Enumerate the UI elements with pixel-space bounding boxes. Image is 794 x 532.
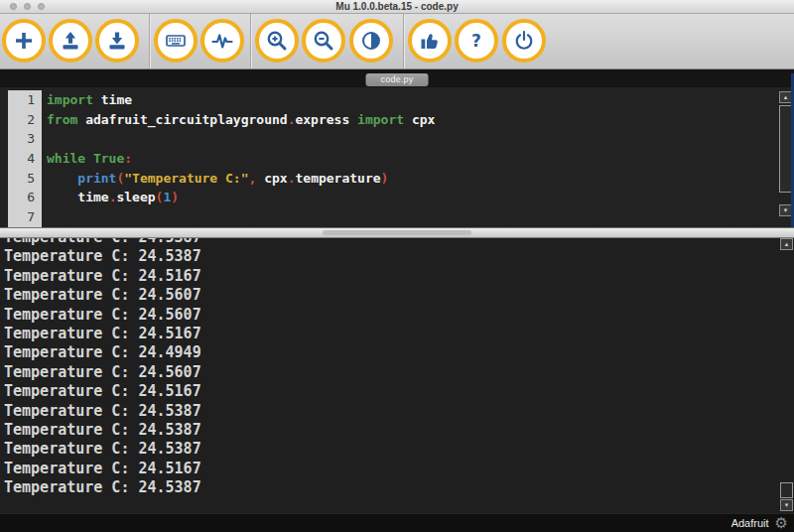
save-button[interactable] [95,19,139,63]
mu-editor-window: Mu 1.0.0.beta.15 - code.py ? code.py 1im… [0,0,794,532]
code-editor[interactable]: 1import time2from adafruit_circuitplaygr… [0,87,794,227]
new-button[interactable] [2,19,46,63]
code-text: from adafruit_circuitplayground.express … [42,110,435,130]
magnifier-minus-icon [312,29,335,53]
console-line: Temperature C: 24.5607 [0,306,794,325]
console-line: Temperature C: 24.5607 [0,286,794,305]
question-icon: ? [464,29,488,53]
magnifier-plus-icon [265,29,289,53]
code-text [42,207,47,227]
plus-icon [12,29,36,53]
line-number: 3 [8,129,42,149]
console-line: Temperature C: 24.5387 [0,478,794,497]
help-button[interactable]: ? [455,19,498,63]
check-button[interactable] [408,19,452,63]
gear-icon[interactable]: ⚙ [775,516,788,531]
toolbar-separator [403,14,404,68]
status-bar: Adafruit ⚙ [0,513,794,532]
line-number: 6 [8,188,42,207]
splitter-handle[interactable] [0,227,794,238]
scrollbar-thumb[interactable] [780,482,793,498]
zoom-in-button[interactable] [255,19,299,63]
code-line: 6 time.sleep(1) [0,188,794,207]
line-number: 5 [8,169,42,189]
editor-lines: 1import time2from adafruit_circuitplaygr… [0,87,794,227]
console-line: Temperature C: 24.5387 [0,247,794,266]
zoom-out-button[interactable] [302,19,345,63]
code-text: time.sleep(1) [42,188,179,207]
console-scrollbar[interactable]: ▴ ▾ [780,238,793,513]
contrast-icon [359,29,383,53]
code-line: 7 [0,207,794,227]
quit-button[interactable] [502,19,546,63]
code-line: 5 print("Temperature C:", cpx.temperatur… [0,169,794,189]
tab-bar: code.py [0,69,794,87]
console-line: Temperature C: 24.5387 [0,238,794,247]
splitter-grip [323,230,471,235]
upload-icon [59,29,82,53]
code-text: print("Temperature C:", cpx.temperature) [42,169,388,189]
serial-button[interactable] [200,19,244,63]
window-title: Mu 1.0.0.beta.15 - code.py [0,0,794,14]
code-line: 3 [0,129,794,149]
download-icon [105,29,129,53]
serial-console[interactable]: Temperature C: 24.5387Temperature C: 24.… [0,238,794,513]
scroll-up-arrow-icon[interactable]: ▴ [780,238,793,250]
keyboard-icon [164,29,188,53]
toolbar-separator [149,14,150,68]
toolbar-buttons: ? [0,14,794,69]
pulse-icon [210,29,234,53]
console-line: Temperature C: 24.5167 [0,325,794,343]
code-line: 1import time [0,90,794,110]
thumbs-up-icon [418,29,442,53]
console-line: Temperature C: 24.5387 [0,402,794,421]
mode-label: Adafruit [731,517,769,529]
repl-button[interactable] [154,19,198,63]
line-number: 7 [8,207,42,227]
code-text [42,129,47,149]
toolbar-separator [250,14,251,68]
console-line: Temperature C: 24.5167 [0,460,794,478]
title-bar[interactable]: Mu 1.0.0.beta.15 - code.py [0,0,794,14]
console-line: Temperature C: 24.4949 [0,343,794,362]
svg-text:?: ? [471,31,481,51]
console-line: Temperature C: 24.5607 [0,363,794,382]
scroll-down-arrow-icon[interactable]: ▾ [780,499,793,511]
code-line: 2from adafruit_circuitplayground.express… [0,110,794,130]
console-line: Temperature C: 24.5387 [0,440,794,459]
load-button[interactable] [49,19,92,63]
code-line: 4while True: [0,149,794,169]
code-text: while True: [42,149,132,169]
power-icon [512,29,536,53]
line-number: 1 [8,90,42,110]
console-line: Temperature C: 24.5167 [0,267,794,286]
console-line: Temperature C: 24.5167 [0,382,794,401]
code-text: import time [42,90,132,110]
line-number: 2 [8,110,42,130]
console-line: Temperature C: 24.5387 [0,421,794,440]
theme-button[interactable] [349,19,393,63]
tab-code-py[interactable]: code.py [366,73,429,86]
console-lines: Temperature C: 24.5387Temperature C: 24.… [0,238,794,497]
line-number: 4 [8,149,42,169]
